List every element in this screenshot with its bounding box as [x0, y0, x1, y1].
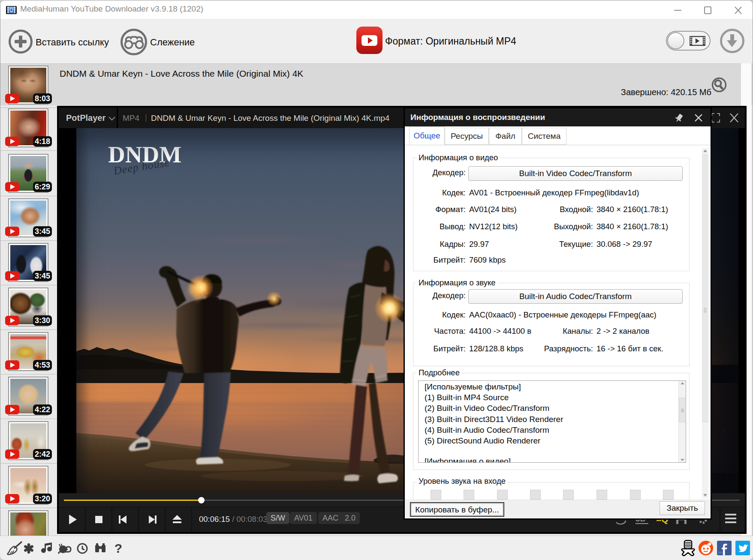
svg-text:?: ? — [114, 541, 122, 555]
